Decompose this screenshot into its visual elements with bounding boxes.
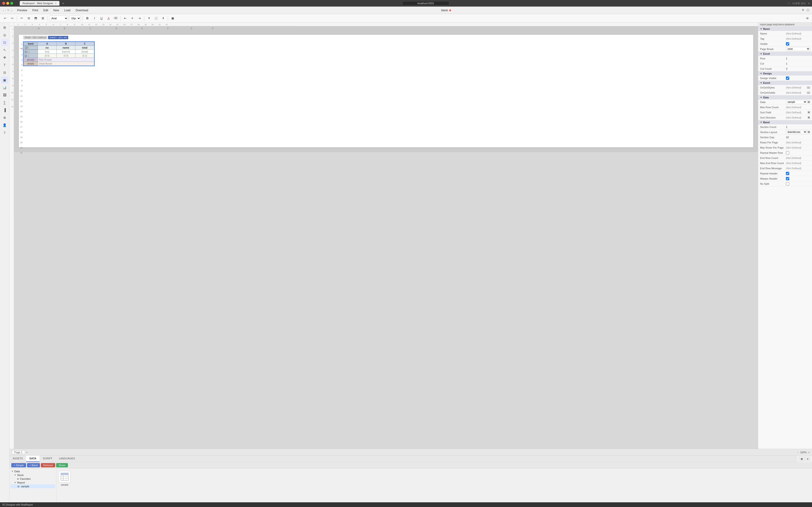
valign-mid-button[interactable]: ⬜: [153, 15, 159, 21]
tab-script[interactable]: SCRIPT: [40, 456, 55, 462]
bold-button[interactable]: B: [84, 15, 91, 21]
share-button[interactable]: Share: [56, 463, 68, 467]
band-row-h[interactable]: h 1 no name total: [24, 46, 94, 50]
band-row-groups[interactable]: groups Row Groups: [24, 58, 94, 62]
tab-data[interactable]: DATA: [26, 456, 40, 462]
sidebar-icon-image[interactable]: 🖼: [1, 92, 8, 99]
tree-item-stock[interactable]: ▼ Stock: [10, 473, 55, 477]
refresh-button[interactable]: ↻: [7, 9, 9, 12]
close-dot[interactable]: [2, 2, 5, 5]
menu-icon[interactable]: ≡: [808, 2, 810, 5]
zoom-out-button[interactable]: −: [797, 451, 799, 454]
align-right-button[interactable]: ⇥: [136, 15, 142, 21]
sortdirection-dropdown-btn[interactable]: ▾: [808, 116, 810, 119]
assets-grid-view-button[interactable]: ⊞: [799, 457, 805, 461]
assets-tree[interactable]: ▼ Data ▼ Stock ▶ Favorites ▼: [9, 468, 56, 502]
back-button[interactable]: ‹: [3, 9, 4, 12]
forward-button[interactable]: ›: [5, 9, 6, 12]
prop-repeatmaster-checkbox[interactable]: [786, 151, 789, 155]
redo-button[interactable]: ↪: [9, 15, 15, 21]
prop-pagebreak-select[interactable]: none before after: [786, 47, 810, 51]
sidebar-icon-blocks[interactable]: ⊞: [1, 24, 8, 31]
remove-button[interactable]: Remove: [41, 463, 55, 467]
assets-list-view-button[interactable]: ≡: [805, 457, 810, 461]
menu-item-edit[interactable]: Edit: [41, 8, 51, 13]
tree-item-data[interactable]: ▼ Data: [10, 469, 55, 473]
undo-button[interactable]: ↩: [2, 15, 8, 21]
sample-icon-item[interactable]: sample: [59, 471, 70, 486]
cut-button[interactable]: ✂: [18, 15, 25, 21]
tab-close-icon[interactable]: ✕: [55, 2, 57, 5]
section-excel-header[interactable]: ▼ Excel: [758, 52, 812, 56]
section-event-header[interactable]: ▼ Event: [758, 81, 812, 85]
prop-sectionlayout-select[interactable]: downAcross acrossDown: [786, 130, 807, 134]
ongetvisible-edit-btn[interactable]: ...: [807, 92, 810, 94]
settings-icon[interactable]: ⚙: [802, 8, 804, 12]
add-page-button[interactable]: +: [26, 450, 28, 454]
new-tab-button[interactable]: +: [62, 1, 64, 5]
sidebar-icon-pointer[interactable]: ↖: [1, 47, 8, 54]
data-dropdown-btn[interactable]: ▾: [808, 101, 810, 103]
sortfield-dropdown-btn[interactable]: ▾: [808, 111, 810, 114]
sidebar-icon-user[interactable]: 👤: [1, 122, 8, 129]
menu-item-load[interactable]: Load: [62, 8, 73, 13]
tree-item-favorites[interactable]: ▶ Favorites: [10, 477, 55, 481]
section-data-header[interactable]: ▼ Data: [758, 95, 812, 100]
menu-item-new[interactable]: New: [51, 8, 61, 13]
delete-button[interactable]: ⊠: [40, 15, 46, 21]
sidebar-icon-active2[interactable]: ▣: [1, 76, 8, 83]
section-band-header[interactable]: ▼ Band: [758, 120, 812, 124]
sidebar-icon-sub[interactable]: ⊕: [1, 114, 8, 121]
add-simple-button[interactable]: + Simple: [11, 463, 26, 467]
sidebar-icon-share[interactable]: ⇧: [1, 129, 8, 136]
border-button[interactable]: ▣: [170, 15, 176, 21]
erase-format-button[interactable]: ⌫: [112, 15, 119, 21]
sidebar-icon-layout[interactable]: ⊡: [1, 39, 8, 46]
star-icon[interactable]: ☆: [788, 2, 790, 5]
sidebar-icon-move[interactable]: ✥: [1, 54, 8, 61]
tree-item-sample[interactable]: ⊟ sample: [10, 485, 55, 488]
tab-languages[interactable]: LANGUAGES: [56, 456, 78, 462]
prop-visible-checkbox[interactable]: [786, 42, 789, 46]
browser-tab[interactable]: Realreport - Web Designer ✕: [20, 1, 59, 6]
prop-design-visible-checkbox[interactable]: [786, 76, 789, 80]
canvas-scroll[interactable]: A B C D E F G H: [14, 26, 758, 449]
minimize-dot[interactable]: [6, 2, 9, 5]
underline-button[interactable]: U: [98, 15, 105, 21]
prop-alwaysheader-checkbox[interactable]: [786, 177, 789, 180]
valign-top-button[interactable]: ⬆: [146, 15, 152, 21]
band-row-details[interactable]: details Detail Bands: [24, 62, 94, 66]
sidebar-icon-chart[interactable]: 📊: [1, 84, 8, 91]
zoom-in-button[interactable]: +: [808, 451, 810, 454]
band-container[interactable]: band A B C: [23, 42, 94, 66]
band-table[interactable]: band A B C: [23, 42, 94, 66]
band-row-f[interactable]: f 1 (0.0) (0.0) (0.2): [24, 54, 94, 58]
prop-repeatheader-checkbox[interactable]: [786, 172, 789, 175]
italic-button[interactable]: I: [91, 15, 98, 21]
font-family-select[interactable]: Arial: [49, 15, 68, 21]
menu-item-preview[interactable]: Preview: [15, 8, 30, 13]
expand-button[interactable]: ⇉: [804, 15, 810, 21]
tab-assets[interactable]: ASSETS: [9, 456, 26, 462]
align-left-button[interactable]: ⇤: [122, 15, 128, 21]
sidebar-icon-table[interactable]: ⊟: [1, 69, 8, 76]
page-tab-1[interactable]: Page 1: [12, 450, 25, 454]
font-color-button[interactable]: A: [105, 15, 112, 21]
tree-item-report[interactable]: ▼ Report: [10, 481, 55, 485]
add-band-button[interactable]: + Band: [27, 463, 40, 467]
sidebar-icon-formula[interactable]: ∑: [1, 99, 8, 106]
copy-button[interactable]: ⧉: [26, 15, 32, 21]
menu-item-download[interactable]: Download: [73, 8, 91, 13]
maximize-dot[interactable]: [10, 2, 13, 5]
sidebar-icon-text[interactable]: T: [1, 61, 8, 68]
section-basic-header[interactable]: ▼ Basic: [758, 27, 812, 31]
font-size-select[interactable]: 15px: [69, 15, 81, 21]
section-design-header[interactable]: ▼ Design: [758, 71, 812, 75]
sectionlayout-dropdown-btn[interactable]: ▾: [808, 131, 810, 133]
valign-bot-button[interactable]: ⬇: [160, 15, 166, 21]
sidebar-icon-barcode[interactable]: ▐: [1, 107, 8, 114]
band-row-d[interactable]: d 1 [no] [name] [total]: [24, 50, 94, 54]
home-button[interactable]: ⌂: [11, 9, 12, 12]
ongetstyles-edit-btn[interactable]: ...: [807, 87, 810, 89]
align-center-button[interactable]: ≡: [129, 15, 135, 21]
